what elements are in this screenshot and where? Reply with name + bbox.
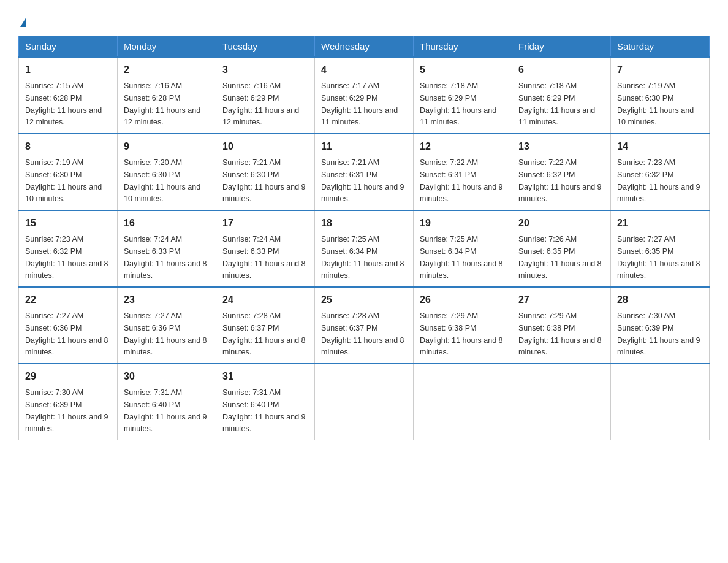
sunset-text: Sunset: 6:29 PM bbox=[222, 94, 279, 102]
day-number: 18 bbox=[321, 216, 407, 231]
calendar-cell: 15 Sunrise: 7:23 AM Sunset: 6:32 PM Dayl… bbox=[19, 210, 118, 287]
sunrise-text: Sunrise: 7:23 AM bbox=[25, 235, 83, 243]
logo-triangle-icon bbox=[20, 17, 26, 27]
daylight-text: Daylight: 11 hours and 9 minutes. bbox=[124, 413, 207, 434]
day-number: 26 bbox=[420, 293, 506, 307]
sunrise-text: Sunrise: 7:29 AM bbox=[420, 312, 478, 320]
daylight-text: Daylight: 11 hours and 8 minutes. bbox=[25, 336, 108, 357]
calendar-cell: 29 Sunrise: 7:30 AM Sunset: 6:39 PM Dayl… bbox=[19, 364, 118, 440]
sunset-text: Sunset: 6:29 PM bbox=[518, 94, 575, 102]
sunset-text: Sunset: 6:39 PM bbox=[25, 400, 82, 409]
sunrise-text: Sunrise: 7:24 AM bbox=[222, 235, 281, 243]
sunrise-text: Sunrise: 7:31 AM bbox=[222, 388, 281, 397]
daylight-text: Daylight: 11 hours and 12 minutes. bbox=[124, 106, 200, 127]
day-number: 12 bbox=[420, 139, 506, 154]
calendar-cell: 28 Sunrise: 7:30 AM Sunset: 6:39 PM Dayl… bbox=[611, 287, 710, 364]
sunset-text: Sunset: 6:37 PM bbox=[321, 324, 377, 332]
sunset-text: Sunset: 6:36 PM bbox=[25, 324, 82, 332]
day-number: 10 bbox=[222, 139, 308, 154]
sunrise-text: Sunrise: 7:18 AM bbox=[420, 82, 478, 90]
day-number: 28 bbox=[617, 293, 703, 307]
sunrise-text: Sunrise: 7:27 AM bbox=[617, 235, 675, 243]
day-number: 6 bbox=[518, 63, 604, 77]
calendar-cell: 2 Sunrise: 7:16 AM Sunset: 6:28 PM Dayli… bbox=[118, 57, 216, 134]
daylight-text: Daylight: 11 hours and 9 minutes. bbox=[420, 183, 503, 204]
calendar-cell bbox=[611, 364, 710, 440]
sunset-text: Sunset: 6:32 PM bbox=[25, 247, 82, 256]
sunset-text: Sunset: 6:36 PM bbox=[124, 324, 180, 332]
calendar-header-monday: Monday bbox=[118, 36, 216, 58]
calendar-cell: 5 Sunrise: 7:18 AM Sunset: 6:29 PM Dayli… bbox=[414, 57, 512, 134]
day-number: 4 bbox=[321, 63, 407, 77]
day-number: 2 bbox=[124, 63, 210, 77]
week-row-2: 8 Sunrise: 7:19 AM Sunset: 6:30 PM Dayli… bbox=[19, 134, 710, 210]
sunset-text: Sunset: 6:30 PM bbox=[25, 170, 82, 179]
sunrise-text: Sunrise: 7:17 AM bbox=[321, 82, 379, 90]
sunrise-text: Sunrise: 7:30 AM bbox=[617, 312, 675, 320]
daylight-text: Daylight: 11 hours and 9 minutes. bbox=[321, 183, 404, 204]
day-number: 8 bbox=[25, 139, 111, 154]
sunset-text: Sunset: 6:35 PM bbox=[617, 247, 673, 256]
sunrise-text: Sunrise: 7:22 AM bbox=[518, 158, 577, 167]
day-number: 11 bbox=[321, 139, 407, 154]
day-number: 25 bbox=[321, 293, 407, 307]
calendar-header-row: SundayMondayTuesdayWednesdayThursdayFrid… bbox=[19, 36, 710, 58]
calendar-header-wednesday: Wednesday bbox=[315, 36, 414, 58]
sunset-text: Sunset: 6:40 PM bbox=[124, 400, 180, 409]
sunset-text: Sunset: 6:31 PM bbox=[321, 170, 377, 179]
calendar-header-sunday: Sunday bbox=[19, 36, 118, 58]
daylight-text: Daylight: 11 hours and 10 minutes. bbox=[124, 183, 200, 204]
calendar-cell: 25 Sunrise: 7:28 AM Sunset: 6:37 PM Dayl… bbox=[315, 287, 414, 364]
sunset-text: Sunset: 6:32 PM bbox=[617, 170, 673, 179]
calendar-cell: 16 Sunrise: 7:24 AM Sunset: 6:33 PM Dayl… bbox=[118, 210, 216, 287]
sunrise-text: Sunrise: 7:30 AM bbox=[25, 388, 83, 397]
daylight-text: Daylight: 11 hours and 8 minutes. bbox=[222, 336, 306, 357]
calendar-cell: 13 Sunrise: 7:22 AM Sunset: 6:32 PM Dayl… bbox=[512, 134, 611, 210]
day-number: 19 bbox=[420, 216, 506, 231]
calendar-cell: 3 Sunrise: 7:16 AM Sunset: 6:29 PM Dayli… bbox=[216, 57, 315, 134]
day-number: 30 bbox=[124, 369, 210, 384]
daylight-text: Daylight: 11 hours and 9 minutes. bbox=[617, 336, 700, 357]
day-number: 5 bbox=[420, 63, 506, 77]
day-number: 9 bbox=[124, 139, 210, 154]
calendar-cell: 22 Sunrise: 7:27 AM Sunset: 6:36 PM Dayl… bbox=[19, 287, 118, 364]
calendar-header-thursday: Thursday bbox=[414, 36, 512, 58]
sunset-text: Sunset: 6:29 PM bbox=[420, 94, 476, 102]
daylight-text: Daylight: 11 hours and 8 minutes. bbox=[518, 259, 602, 280]
calendar-table: SundayMondayTuesdayWednesdayThursdayFrid… bbox=[18, 36, 710, 440]
daylight-text: Daylight: 11 hours and 8 minutes. bbox=[617, 259, 700, 280]
sunrise-text: Sunrise: 7:23 AM bbox=[617, 158, 675, 167]
sunset-text: Sunset: 6:30 PM bbox=[124, 170, 180, 179]
sunset-text: Sunset: 6:38 PM bbox=[518, 324, 575, 332]
daylight-text: Daylight: 11 hours and 10 minutes. bbox=[617, 106, 694, 127]
sunset-text: Sunset: 6:33 PM bbox=[222, 247, 279, 256]
sunset-text: Sunset: 6:37 PM bbox=[222, 324, 279, 332]
daylight-text: Daylight: 11 hours and 9 minutes. bbox=[222, 183, 306, 204]
daylight-text: Daylight: 11 hours and 11 minutes. bbox=[321, 106, 398, 127]
week-row-1: 1 Sunrise: 7:15 AM Sunset: 6:28 PM Dayli… bbox=[19, 57, 710, 134]
daylight-text: Daylight: 11 hours and 8 minutes. bbox=[420, 259, 503, 280]
sunrise-text: Sunrise: 7:25 AM bbox=[321, 235, 379, 243]
sunrise-text: Sunrise: 7:20 AM bbox=[124, 158, 182, 167]
daylight-text: Daylight: 11 hours and 9 minutes. bbox=[518, 183, 602, 204]
daylight-text: Daylight: 11 hours and 8 minutes. bbox=[222, 259, 306, 280]
sunset-text: Sunset: 6:38 PM bbox=[420, 324, 476, 332]
sunrise-text: Sunrise: 7:27 AM bbox=[25, 312, 83, 320]
calendar-header-friday: Friday bbox=[512, 36, 611, 58]
day-number: 23 bbox=[124, 293, 210, 307]
sunrise-text: Sunrise: 7:26 AM bbox=[518, 235, 577, 243]
sunrise-text: Sunrise: 7:18 AM bbox=[518, 82, 577, 90]
calendar-cell: 27 Sunrise: 7:29 AM Sunset: 6:38 PM Dayl… bbox=[512, 287, 611, 364]
calendar-cell: 17 Sunrise: 7:24 AM Sunset: 6:33 PM Dayl… bbox=[216, 210, 315, 287]
day-number: 3 bbox=[222, 63, 308, 77]
calendar-cell: 21 Sunrise: 7:27 AM Sunset: 6:35 PM Dayl… bbox=[611, 210, 710, 287]
daylight-text: Daylight: 11 hours and 8 minutes. bbox=[124, 336, 207, 357]
day-number: 24 bbox=[222, 293, 308, 307]
daylight-text: Daylight: 11 hours and 8 minutes. bbox=[420, 336, 503, 357]
sunset-text: Sunset: 6:30 PM bbox=[617, 94, 673, 102]
calendar-cell: 1 Sunrise: 7:15 AM Sunset: 6:28 PM Dayli… bbox=[19, 57, 118, 134]
calendar-cell bbox=[315, 364, 414, 440]
daylight-text: Daylight: 11 hours and 8 minutes. bbox=[321, 259, 404, 280]
calendar-cell: 18 Sunrise: 7:25 AM Sunset: 6:34 PM Dayl… bbox=[315, 210, 414, 287]
calendar-cell: 8 Sunrise: 7:19 AM Sunset: 6:30 PM Dayli… bbox=[19, 134, 118, 210]
